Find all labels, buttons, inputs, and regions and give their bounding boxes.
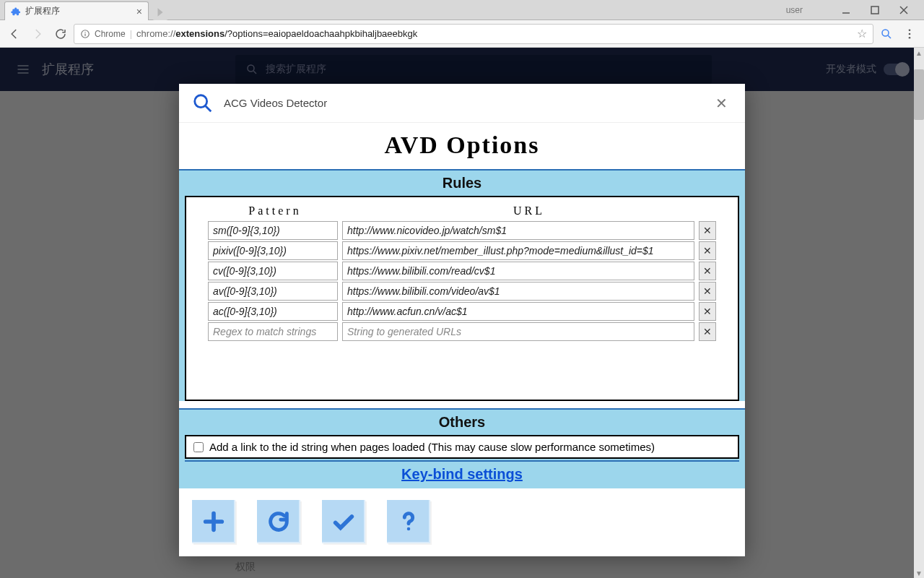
rule-row: ✕ (186, 241, 738, 261)
menu-button[interactable] (899, 24, 920, 44)
svg-point-10 (909, 33, 911, 35)
site-info-icon (80, 29, 90, 39)
pattern-input[interactable] (208, 241, 338, 260)
permissions-label: 权限 (235, 561, 256, 574)
others-section: Others Add a link to the id string when … (179, 408, 745, 488)
omnibox-secure-label: Chrome (95, 29, 126, 39)
pattern-input[interactable] (208, 302, 338, 321)
tab-title: 扩展程序 (25, 5, 60, 17)
url-input[interactable] (342, 282, 694, 301)
add-link-label: Add a link to the id string when pages l… (209, 441, 655, 453)
forward-button[interactable] (27, 24, 48, 44)
apply-button[interactable] (322, 500, 365, 543)
reload-defaults-button[interactable] (257, 500, 300, 543)
svg-point-7 (882, 30, 889, 36)
dialog-app-name: ACG Videos Detector (224, 97, 327, 109)
action-buttons (179, 488, 745, 556)
minimize-button[interactable] (832, 0, 860, 20)
others-box: Add a link to the id string when pages l… (185, 435, 739, 459)
browser-toolbar: Chrome | chrome://extensions/?options=ea… (0, 20, 924, 48)
delete-rule-button[interactable]: ✕ (699, 241, 716, 260)
svg-rect-1 (871, 7, 879, 14)
delete-rule-button[interactable]: ✕ (699, 322, 716, 341)
svg-point-16 (407, 527, 411, 531)
url-input[interactable] (342, 221, 694, 240)
delete-rule-button[interactable]: ✕ (699, 302, 716, 321)
rule-row: ✕ (186, 301, 738, 322)
options-title: AVD Options (179, 123, 745, 169)
address-bar[interactable]: Chrome | chrome://extensions/?options=ea… (74, 24, 873, 44)
close-icon[interactable]: × (136, 7, 142, 17)
url-input[interactable] (342, 262, 694, 280)
omnibox-url: chrome://extensions/?options=eaiopaeldoa… (136, 28, 417, 39)
keybind-link[interactable]: Key-bind settings (401, 466, 523, 482)
browser-tab[interactable]: 扩展程序 × (4, 1, 149, 20)
delete-rule-button[interactable]: ✕ (699, 262, 716, 280)
magnifier-icon (192, 92, 214, 114)
scroll-down-arrow[interactable]: ▼ (914, 568, 924, 578)
scroll-thumb[interactable] (914, 69, 924, 120)
svg-point-11 (909, 36, 911, 38)
svg-line-8 (888, 35, 891, 38)
delete-rule-button[interactable]: ✕ (699, 221, 716, 240)
rule-row: ✕ (186, 281, 738, 301)
rules-heading: Rules (179, 171, 745, 196)
col-pattern: Pattern (208, 204, 342, 217)
search-ext-button[interactable] (876, 24, 897, 44)
options-dialog: ACG Videos Detector ✕ AVD Options Rules … (179, 84, 745, 556)
back-button[interactable] (4, 24, 25, 44)
svg-point-9 (909, 29, 911, 31)
bookmark-star-icon[interactable]: ☆ (857, 27, 867, 40)
scroll-up-arrow[interactable]: ▲ (914, 48, 924, 58)
url-input-new[interactable] (342, 322, 694, 341)
pattern-input[interactable] (208, 282, 338, 301)
rule-row: ✕ (186, 261, 738, 281)
pattern-input-new[interactable] (208, 322, 338, 341)
url-input[interactable] (342, 241, 694, 260)
new-tab-button[interactable] (152, 4, 168, 20)
add-button[interactable] (192, 500, 235, 543)
rule-row: ✕ (186, 220, 738, 241)
svg-line-15 (206, 105, 212, 111)
svg-point-5 (84, 31, 85, 32)
user-label: user (786, 5, 803, 15)
pattern-input[interactable] (208, 221, 338, 240)
close-window-button[interactable] (889, 0, 918, 20)
svg-rect-6 (84, 33, 85, 36)
rule-row-empty: ✕ (186, 322, 738, 342)
url-input[interactable] (342, 302, 694, 321)
maximize-button[interactable] (860, 0, 889, 20)
help-button[interactable] (387, 500, 430, 543)
tab-strip: 扩展程序 × (0, 0, 168, 20)
svg-point-14 (195, 95, 207, 107)
rules-section: Rules Pattern URL ✕✕✕✕✕ ✕ (179, 169, 745, 401)
reload-button[interactable] (51, 24, 71, 44)
dialog-header: ACG Videos Detector ✕ (179, 84, 745, 123)
scrollbar[interactable]: ▲ ▼ (914, 48, 924, 578)
others-heading: Others (179, 410, 745, 435)
add-link-checkbox[interactable] (193, 442, 204, 452)
keybind-row: Key-bind settings (179, 462, 745, 488)
close-dialog-button[interactable]: ✕ (711, 92, 732, 115)
delete-rule-button[interactable]: ✕ (699, 282, 716, 301)
rules-header-row: Pattern URL (186, 203, 738, 220)
col-url: URL (342, 204, 716, 217)
pattern-input[interactable] (208, 262, 338, 280)
rules-box: Pattern URL ✕✕✕✕✕ ✕ (185, 196, 739, 401)
puzzle-icon (11, 7, 21, 17)
